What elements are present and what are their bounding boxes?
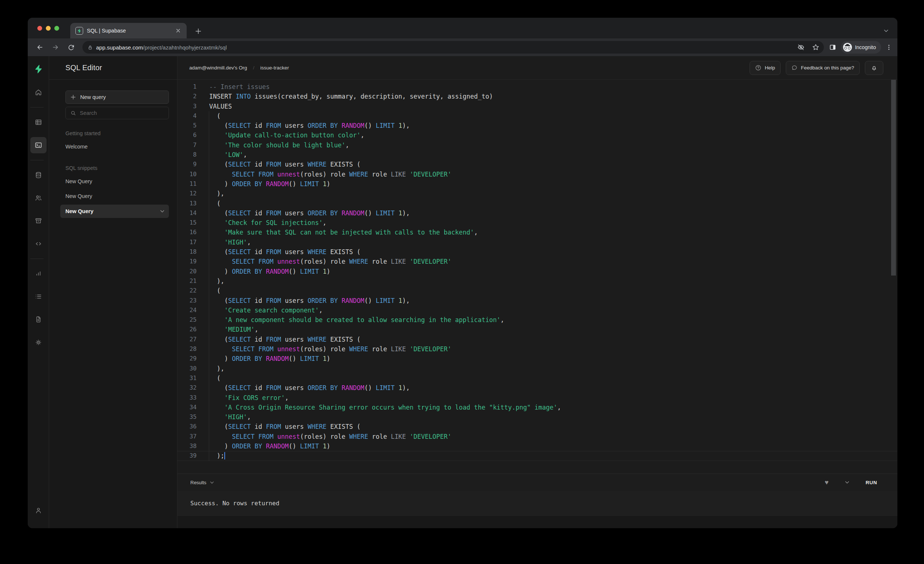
- code-line[interactable]: 39 );: [177, 451, 897, 461]
- reports-icon[interactable]: [30, 266, 46, 282]
- tab-search-chevron-icon[interactable]: [881, 26, 891, 36]
- url-bar[interactable]: app.supabase.com/project/azahtnhqohyjerz…: [82, 41, 824, 54]
- supabase-favicon-icon: [75, 27, 83, 35]
- home-icon[interactable]: [30, 84, 46, 100]
- code-line[interactable]: 19 SELECT FROM unnest(roles) role WHERE …: [177, 257, 897, 266]
- code-line[interactable]: 7 'The color should be light blue',: [177, 141, 897, 150]
- sidebar-item-new-query[interactable]: New Query: [60, 189, 169, 203]
- code-line[interactable]: 24 'Create search component',: [177, 305, 897, 315]
- sidebar-header: SQL Editor: [49, 56, 177, 80]
- code-line[interactable]: 29 ) ORDER BY RANDOM() LIMIT 1): [177, 354, 897, 364]
- breadcrumb-project[interactable]: issue-tracker: [260, 65, 289, 70]
- code-line[interactable]: 31 (: [177, 373, 897, 383]
- auth-icon[interactable]: [30, 190, 46, 206]
- code-line[interactable]: 15 'Check for SQL injections',: [177, 218, 897, 227]
- code-line[interactable]: 18 (SELECT id FROM users WHERE EXISTS (: [177, 247, 897, 257]
- maximize-window-button[interactable]: [54, 26, 59, 31]
- logs-icon[interactable]: [30, 289, 46, 305]
- window-controls: [38, 26, 59, 31]
- sidebar-item-new-query[interactable]: New Query: [60, 174, 169, 189]
- code-line[interactable]: 13 (: [177, 199, 897, 208]
- code-line[interactable]: 36 (SELECT id FROM users WHERE EXISTS (: [177, 422, 897, 431]
- search-input[interactable]: [80, 110, 164, 116]
- menu-dots-icon[interactable]: [885, 44, 892, 51]
- line-number: 18: [177, 247, 196, 257]
- code-line[interactable]: 22 (: [177, 286, 897, 295]
- docs-icon[interactable]: [30, 311, 46, 328]
- close-window-button[interactable]: [38, 26, 42, 31]
- code-text: (SELECT id FROM users ORDER BY RANDOM() …: [209, 208, 410, 218]
- code-text: ),: [209, 276, 224, 286]
- code-line[interactable]: 14 (SELECT id FROM users ORDER BY RANDOM…: [177, 208, 897, 218]
- code-line[interactable]: 26 'MEDIUM',: [177, 325, 897, 334]
- table-editor-icon[interactable]: [30, 114, 46, 130]
- sidebar-item-welcome[interactable]: Welcome: [60, 139, 169, 154]
- back-icon[interactable]: [34, 41, 46, 54]
- code-line[interactable]: 35 'HIGH',: [177, 412, 897, 422]
- code-text: -- Insert issues: [209, 82, 270, 91]
- storage-icon[interactable]: [30, 213, 46, 229]
- sql-code-editor[interactable]: 1-- Insert issues2INSERT INTO issues(cre…: [177, 80, 897, 474]
- code-line[interactable]: 1-- Insert issues: [177, 82, 897, 91]
- side-panel-icon[interactable]: [829, 43, 836, 51]
- code-line[interactable]: 20 ) ORDER BY RANDOM() LIMIT 1): [177, 267, 897, 276]
- code-line[interactable]: 38 ) ORDER BY RANDOM() LIMIT 1): [177, 441, 897, 451]
- code-line[interactable]: 2INSERT INTO issues(created_by, summary,…: [177, 91, 897, 101]
- code-line[interactable]: 32 (SELECT id FROM users ORDER BY RANDOM…: [177, 383, 897, 393]
- reload-icon[interactable]: [64, 41, 77, 54]
- supabase-logo-icon[interactable]: [33, 64, 44, 75]
- code-line[interactable]: 3VALUES: [177, 102, 897, 111]
- run-button[interactable]: RUN: [866, 480, 877, 485]
- code-line[interactable]: 17 'HIGH',: [177, 238, 897, 247]
- code-line[interactable]: 8 'LOW',: [177, 150, 897, 160]
- breadcrumb-org[interactable]: adam@windmill.dev's Org: [189, 65, 247, 70]
- code-text: (SELECT id FROM users ORDER BY RANDOM() …: [209, 383, 410, 393]
- code-line[interactable]: 10 SELECT FROM unnest(roles) role WHERE …: [177, 169, 897, 179]
- eye-off-icon[interactable]: [797, 43, 805, 51]
- minimize-window-button[interactable]: [46, 26, 51, 31]
- feedback-button[interactable]: Feedback on this page?: [786, 61, 860, 75]
- browser-tab[interactable]: SQL | Supabase: [70, 23, 187, 39]
- code-line[interactable]: 21 ),: [177, 276, 897, 286]
- browser-toolbar: app.supabase.com/project/azahtnhqohyjerz…: [28, 39, 897, 56]
- editor-scrollbar[interactable]: [891, 80, 896, 275]
- code-line[interactable]: 33 'Fix CORS error',: [177, 393, 897, 402]
- code-line[interactable]: 4 (: [177, 111, 897, 121]
- code-line[interactable]: 11 ) ORDER BY RANDOM() LIMIT 1): [177, 179, 897, 189]
- code-line[interactable]: 34 'A Cross Origin Resource Sharing erro…: [177, 402, 897, 412]
- new-tab-icon[interactable]: [193, 26, 203, 36]
- run-options-chevron-icon[interactable]: [845, 480, 849, 485]
- new-query-button[interactable]: New query: [65, 90, 169, 104]
- code-line[interactable]: 12 ),: [177, 189, 897, 198]
- snippet-search[interactable]: [65, 107, 169, 119]
- sidebar-item-new-query[interactable]: New Query: [60, 205, 169, 218]
- code-text: (SELECT id FROM users ORDER BY RANDOM() …: [209, 296, 410, 305]
- help-button[interactable]: Help: [750, 61, 781, 75]
- forward-icon[interactable]: [49, 41, 62, 54]
- code-line[interactable]: 30 ),: [177, 364, 897, 373]
- chevron-down-icon[interactable]: [160, 209, 165, 214]
- database-icon[interactable]: [30, 167, 46, 183]
- code-line[interactable]: 27 (SELECT id FROM users WHERE EXISTS (: [177, 335, 897, 344]
- close-tab-icon[interactable]: [174, 27, 182, 35]
- account-icon[interactable]: [30, 502, 46, 519]
- code-line[interactable]: 28 SELECT FROM unnest(roles) role WHERE …: [177, 344, 897, 354]
- code-line[interactable]: 6 'Update call-to-action button color',: [177, 130, 897, 140]
- code-line[interactable]: 25 'A new component should be created to…: [177, 315, 897, 325]
- bookmark-star-icon[interactable]: [812, 43, 819, 51]
- code-line[interactable]: 23 (SELECT id FROM users ORDER BY RANDOM…: [177, 296, 897, 305]
- new-query-label: New query: [80, 94, 106, 100]
- code-line[interactable]: 9 (SELECT id FROM users WHERE EXISTS (: [177, 160, 897, 169]
- notifications-button[interactable]: [865, 61, 884, 75]
- code-line[interactable]: 5 (SELECT id FROM users ORDER BY RANDOM(…: [177, 121, 897, 130]
- line-number: 20: [177, 267, 196, 276]
- favorite-heart-icon[interactable]: ♥: [825, 479, 829, 486]
- code-line[interactable]: 37 SELECT FROM unnest(roles) role WHERE …: [177, 432, 897, 441]
- code-text: (: [209, 373, 220, 383]
- results-dropdown[interactable]: Results: [190, 480, 214, 485]
- results-label: Results: [190, 480, 206, 485]
- code-line[interactable]: 16 'Make sure that SQL can not be inject…: [177, 227, 897, 237]
- settings-icon[interactable]: [30, 334, 46, 350]
- sql-editor-icon[interactable]: [30, 137, 46, 153]
- functions-icon[interactable]: [30, 236, 46, 252]
